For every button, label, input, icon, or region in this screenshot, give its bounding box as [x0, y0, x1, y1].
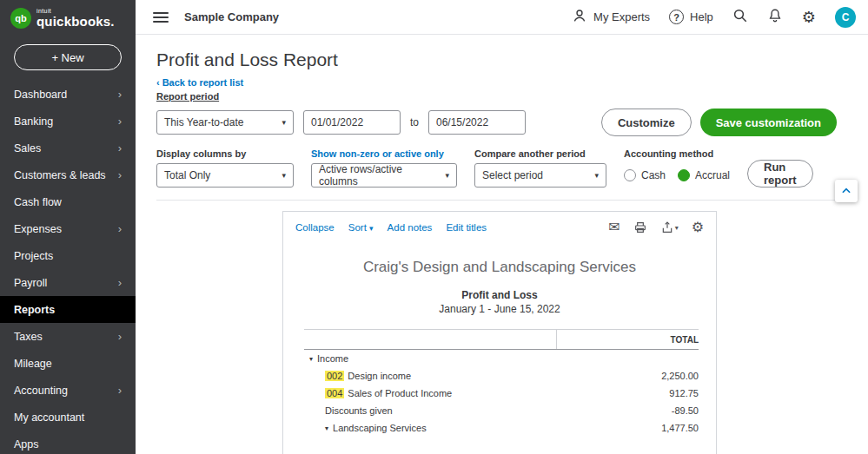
collapse-triangle-icon[interactable]: ▾: [325, 424, 328, 432]
customize-button[interactable]: Customize: [601, 109, 692, 136]
active-rows-select[interactable]: Active rows/active columns▾: [311, 163, 457, 188]
row-label: ▾Income: [304, 353, 556, 364]
sidebar-item-label: Banking: [14, 115, 53, 128]
back-to-report-list-link[interactable]: ‹Back to report list: [156, 77, 243, 88]
row-label: Discounts given: [304, 405, 556, 416]
sidebar-item-banking[interactable]: Banking›: [0, 108, 136, 135]
sidebar-item-taxes[interactable]: Taxes›: [0, 323, 136, 350]
sidebar-item-label: Sales: [14, 142, 41, 155]
chevron-down-icon: ▾: [282, 171, 286, 180]
display-columns-label: Display columns by: [156, 148, 294, 159]
chevron-down-icon: ▾: [369, 224, 374, 233]
report-settings-gear-icon[interactable]: ⚙: [692, 220, 704, 234]
row-total-value: 912.75: [556, 388, 699, 398]
chevron-right-icon: ›: [118, 223, 122, 234]
sidebar-item-my-accountant[interactable]: My accountant: [0, 404, 136, 431]
collapse-link[interactable]: Collapse: [295, 222, 335, 233]
chevron-right-icon: ›: [118, 142, 122, 154]
date-to-input[interactable]: 06/15/2022: [428, 110, 526, 135]
sidebar-item-apps[interactable]: Apps: [0, 431, 136, 454]
edit-titles-link[interactable]: Edit titles: [446, 222, 487, 233]
scroll-to-top-button[interactable]: [835, 180, 858, 202]
compare-period-select[interactable]: Select period▾: [474, 163, 606, 188]
show-nonzero-link[interactable]: Show non-zero or active only: [311, 148, 457, 159]
collapse-triangle-icon[interactable]: ▾: [309, 355, 313, 363]
qb-logo-icon: qb: [10, 8, 31, 29]
hamburger-menu-icon[interactable]: [153, 10, 169, 25]
row-label: ▾Landscaping Services: [304, 423, 556, 433]
report-company-name: Craig's Design and Landscaping Services: [283, 259, 716, 276]
new-button[interactable]: + New: [14, 44, 122, 70]
sidebar-item-label: Dashboard: [14, 89, 67, 101]
date-from-input[interactable]: 01/01/2022: [303, 110, 401, 135]
chevron-right-icon: ›: [118, 89, 122, 100]
report-period-label: Report period: [156, 91, 837, 102]
highlighted-account-code: 002: [325, 371, 344, 381]
sidebar-item-label: Cash flow: [14, 196, 62, 208]
my-experts-button[interactable]: My Experts: [572, 8, 650, 26]
quickbooks-app: qb intuit quickbooks. + New Dashboard›Ba…: [0, 0, 868, 454]
sidebar-item-label: Customers & leads: [14, 169, 106, 181]
compare-period-label: Compare another period: [474, 148, 606, 159]
add-notes-link[interactable]: Add notes: [388, 222, 433, 233]
sidebar-item-customers-leads[interactable]: Customers & leads›: [0, 161, 136, 188]
sidebar-nav: Dashboard›Banking›Sales›Customers & lead…: [0, 81, 136, 454]
page-title: Profit and Loss Report: [156, 49, 837, 70]
radio-on-icon: [678, 169, 690, 181]
sidebar-item-cash-flow[interactable]: Cash flow: [0, 188, 136, 215]
to-label: to: [410, 116, 419, 128]
accrual-radio[interactable]: Accrual: [678, 169, 730, 181]
chevron-down-icon: ▾: [675, 224, 679, 232]
back-chevron-icon: ‹: [156, 77, 160, 88]
quickbooks-logo[interactable]: qb intuit quickbooks.: [0, 0, 136, 34]
sort-dropdown[interactable]: Sort ▾: [348, 222, 374, 233]
email-icon[interactable]: ✉: [608, 220, 620, 234]
save-customization-button[interactable]: Save customization: [700, 109, 837, 136]
sidebar-item-mileage[interactable]: Mileage: [0, 350, 136, 377]
settings-gear-icon[interactable]: ⚙: [802, 10, 816, 25]
notifications-bell-icon[interactable]: [767, 8, 783, 27]
sidebar-item-label: Payroll: [14, 277, 47, 289]
company-name: Sample Company: [184, 10, 279, 23]
print-icon[interactable]: [633, 220, 647, 234]
row-label: 002Design income: [304, 371, 556, 381]
report-row[interactable]: 002Design income2,250.00: [304, 367, 699, 385]
report-date-range: January 1 - June 15, 2022: [283, 303, 716, 315]
report-row[interactable]: ▾Landscaping Services1,477.50: [304, 419, 699, 437]
my-experts-label: My Experts: [593, 10, 650, 23]
display-columns-select[interactable]: Total Only▾: [156, 163, 294, 188]
person-icon: [572, 8, 587, 26]
report-row[interactable]: ▾Income: [304, 350, 699, 367]
export-icon[interactable]: ▾: [660, 220, 679, 234]
chevron-down-icon: ▾: [594, 171, 599, 180]
filter-divider: [156, 200, 837, 201]
report-row[interactable]: Discounts given-89.50: [304, 402, 699, 419]
sidebar-item-sales[interactable]: Sales›: [0, 135, 136, 161]
report-rows: ▾Income002Design income2,250.00004Sales …: [304, 350, 699, 437]
sidebar-item-expenses[interactable]: Expenses›: [0, 215, 136, 242]
run-report-button[interactable]: Run report: [747, 160, 813, 188]
sidebar-item-payroll[interactable]: Payroll›: [0, 269, 136, 296]
cash-radio[interactable]: Cash: [624, 169, 666, 181]
sidebar-item-label: Taxes: [14, 331, 43, 343]
sidebar-item-label: Mileage: [14, 358, 52, 370]
row-total-value: 2,250.00: [556, 371, 699, 381]
row-total-value: -89.50: [556, 405, 699, 416]
chevron-right-icon: ›: [118, 385, 122, 396]
avatar[interactable]: C: [835, 7, 856, 28]
sidebar-item-label: My accountant: [14, 411, 84, 424]
total-column-header: TOTAL: [556, 330, 699, 349]
chevron-down-icon: ▾: [282, 118, 286, 127]
sidebar-item-accounting[interactable]: Accounting›: [0, 377, 136, 404]
sidebar-item-projects[interactable]: Projects: [0, 242, 136, 269]
sidebar-item-reports[interactable]: Reports: [0, 296, 136, 323]
search-icon[interactable]: [732, 8, 748, 27]
sidebar-item-label: Accounting: [14, 385, 68, 397]
intuit-wordmark: intuit: [36, 8, 115, 14]
report-card: Collapse Sort ▾ Add notes Edit titles ✉: [282, 211, 717, 454]
report-period-select[interactable]: This Year-to-date▾: [156, 110, 294, 135]
help-button[interactable]: ? Help: [669, 10, 713, 24]
help-icon: ?: [669, 10, 684, 24]
sidebar-item-dashboard[interactable]: Dashboard›: [0, 81, 136, 108]
report-row[interactable]: 004Sales of Product Income912.75: [304, 385, 699, 402]
